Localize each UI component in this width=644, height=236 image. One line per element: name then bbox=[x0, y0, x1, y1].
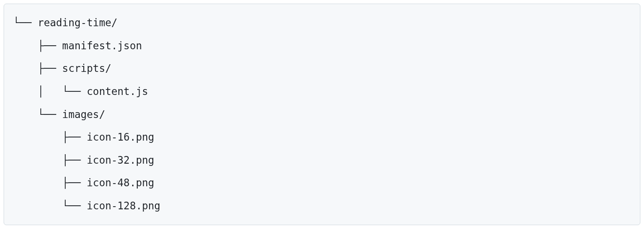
tree-line: ├── manifest.json bbox=[13, 34, 631, 57]
tree-line: ├── icon-32.png bbox=[13, 149, 631, 172]
file-tree-block: └── reading-time/ ├── manifest.json ├── … bbox=[4, 4, 640, 225]
tree-line: │ └── content.js bbox=[13, 80, 631, 103]
tree-line: ├── scripts/ bbox=[13, 57, 631, 80]
tree-line: └── icon-128.png bbox=[13, 194, 631, 217]
tree-line: └── reading-time/ bbox=[13, 11, 631, 34]
tree-line: └── images/ bbox=[13, 103, 631, 126]
tree-line: ├── icon-48.png bbox=[13, 171, 631, 194]
tree-line: ├── icon-16.png bbox=[13, 126, 631, 149]
